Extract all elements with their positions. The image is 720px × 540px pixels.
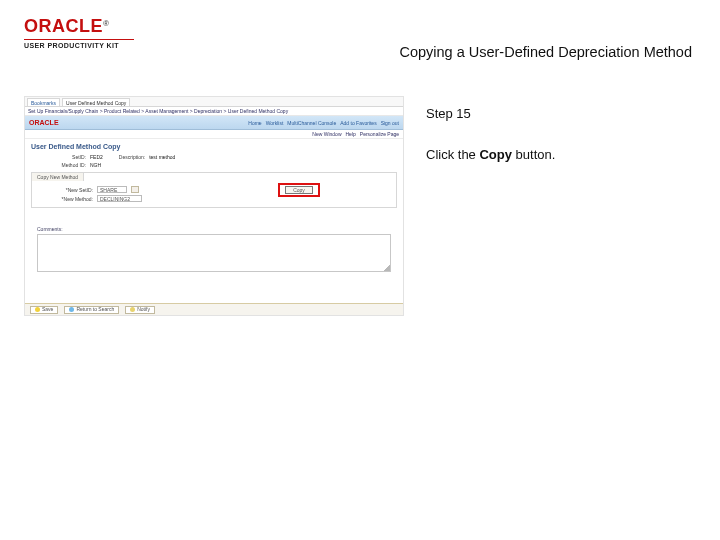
label-description: Description:: [119, 154, 145, 160]
link-multichannel[interactable]: MultiChannel Console: [287, 120, 336, 126]
tab-bookmarks[interactable]: Bookmarks: [27, 98, 60, 106]
instruction-panel: Step 15 Click the Copy button.: [426, 96, 700, 316]
oracle-wordmark: ORACLE: [24, 16, 103, 36]
product-line: USER PRODUCTIVITY KIT: [24, 42, 134, 49]
ribbon-brand: ORACLE: [29, 119, 59, 126]
link-help[interactable]: Help: [346, 131, 356, 137]
label-setid: SetID:: [31, 154, 86, 160]
ribbon-links: Home Worklist MultiChannel Console Add t…: [248, 120, 399, 126]
return-label: Return to Search: [76, 306, 114, 313]
row-new-setid: *New SetID: SHARE: [38, 186, 390, 193]
instruction-post: button.: [512, 147, 555, 162]
app-screenshot: Bookmarks User Defined Method Copy Set U…: [24, 96, 404, 316]
link-signout[interactable]: Sign out: [381, 120, 399, 126]
trademark-symbol: ®: [103, 19, 109, 28]
value-setid: FED2: [90, 154, 103, 160]
instruction-pre: Click the: [426, 147, 479, 162]
value-method: NGH: [90, 162, 101, 168]
form-title: User Defined Method Copy: [25, 139, 403, 152]
oracle-mini-logo: ORACLE: [29, 119, 59, 126]
label-comments: Comments:: [31, 226, 397, 232]
link-new-window[interactable]: New Window: [312, 131, 341, 137]
section-tab-label: Copy New Method: [32, 173, 84, 181]
notify-button[interactable]: Notify: [125, 306, 155, 314]
page-title: Copying a User-Defined Depreciation Meth…: [399, 44, 692, 60]
tab-method-copy[interactable]: User Defined Method Copy: [62, 98, 130, 106]
link-home[interactable]: Home: [248, 120, 261, 126]
return-icon: [69, 307, 74, 312]
save-icon: [35, 307, 40, 312]
textarea-comments[interactable]: [37, 234, 391, 272]
breadcrumb[interactable]: Set Up Financials/Supply Chain > Product…: [25, 107, 403, 116]
logo-divider: [24, 39, 134, 40]
row-setid: SetID: FED2 Description: test method: [31, 154, 397, 160]
save-button[interactable]: Save: [30, 306, 58, 314]
label-new-method: *New Method:: [38, 196, 93, 202]
input-new-setid[interactable]: SHARE: [97, 186, 127, 193]
notify-label: Notify: [137, 306, 150, 313]
save-label: Save: [42, 306, 53, 313]
app-ribbon: ORACLE Home Worklist MultiChannel Consol…: [25, 116, 403, 130]
content-area: Bookmarks User Defined Method Copy Set U…: [24, 96, 700, 316]
bottom-toolbar: Save Return to Search Notify: [25, 303, 403, 315]
label-new-setid: *New SetID:: [38, 187, 93, 193]
copy-button[interactable]: Copy: [285, 186, 313, 194]
link-worklist[interactable]: Worklist: [266, 120, 284, 126]
oracle-logo: ORACLE® USER PRODUCTIVITY KIT: [24, 16, 134, 49]
label-method: Method ID:: [31, 162, 86, 168]
browser-tabbar: Bookmarks User Defined Method Copy: [25, 97, 403, 107]
row-new-method: *New Method: DECLINING2: [38, 195, 390, 202]
link-personalize[interactable]: Personalize Page: [360, 131, 399, 137]
page-header: ORACLE® USER PRODUCTIVITY KIT Copying a …: [0, 16, 720, 64]
instruction-text: Click the Copy button.: [426, 147, 700, 162]
sub-header: New Window Help Personalize Page: [25, 130, 403, 139]
section-body: *New SetID: SHARE *New Method: DECLINING…: [32, 181, 396, 207]
lookup-icon[interactable]: [131, 186, 139, 193]
value-description: test method: [149, 154, 175, 160]
form-area: SetID: FED2 Description: test method Met…: [25, 154, 403, 272]
return-button[interactable]: Return to Search: [64, 306, 119, 314]
step-label: Step 15: [426, 106, 700, 121]
link-favorites[interactable]: Add to Favorites: [340, 120, 376, 126]
section-copy: Copy New Method *New SetID: SHARE *New M…: [31, 172, 397, 208]
input-new-method[interactable]: DECLINING2: [97, 195, 142, 202]
resize-handle-icon[interactable]: [384, 265, 390, 271]
row-method: Method ID: NGH: [31, 162, 397, 168]
instruction-bold: Copy: [479, 147, 512, 162]
notify-icon: [130, 307, 135, 312]
